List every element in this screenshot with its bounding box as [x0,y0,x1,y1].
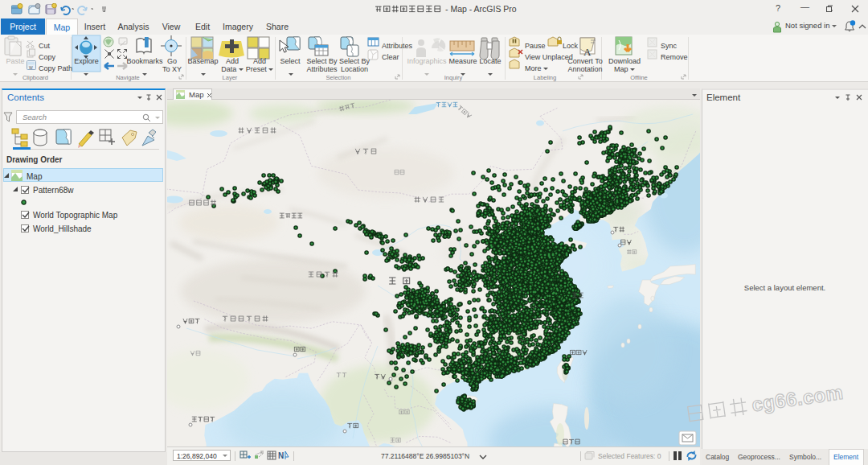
svg-text:A: A [583,46,592,58]
svg-text:- Map - ArcGIS Pro: - Map - ArcGIS Pro [445,4,517,14]
svg-text:N: N [278,451,284,460]
svg-text:W: W [29,65,33,70]
